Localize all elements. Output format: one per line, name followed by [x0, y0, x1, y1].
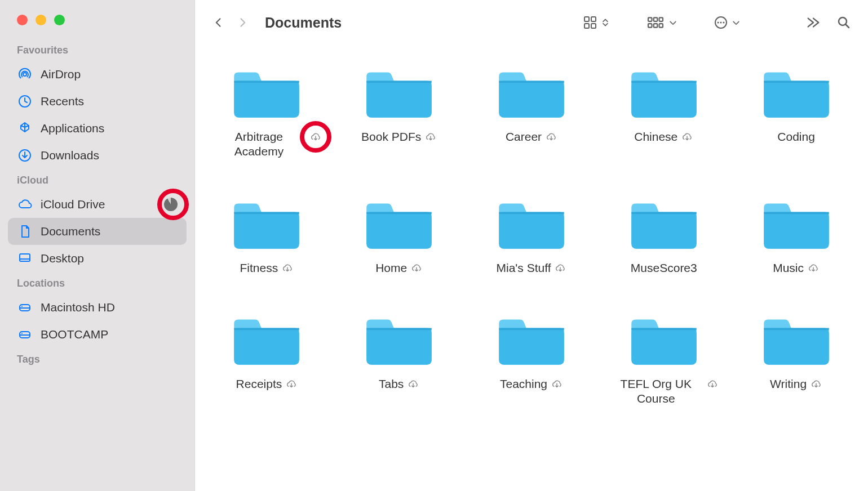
- folder-icon: [360, 309, 439, 370]
- folder-label: MuseScore3: [631, 261, 697, 275]
- cloud-download-icon: [424, 132, 437, 142]
- folder-item[interactable]: Arbitrage Academy: [212, 62, 322, 159]
- sidebar: FavouritesAirDropRecentsApplicationsDown…: [0, 0, 194, 491]
- cloud-download-icon: [706, 379, 719, 389]
- desktop-icon: [17, 251, 33, 266]
- sidebar-heading: Tags: [8, 348, 187, 370]
- folder-item[interactable]: Book PDFs: [344, 62, 454, 159]
- folder-item[interactable]: Home: [344, 193, 454, 275]
- folder-label: Home: [375, 261, 407, 275]
- view-mode-button[interactable]: [583, 15, 610, 30]
- sidebar-item-recents[interactable]: Recents: [8, 88, 187, 115]
- group-button[interactable]: [646, 15, 677, 30]
- sidebar-item-label: Downloads: [41, 149, 178, 162]
- toolbar: Documents: [195, 0, 868, 45]
- disk-icon: [17, 300, 33, 315]
- content-area[interactable]: Arbitrage AcademyBook PDFsCareerChineseC…: [195, 45, 868, 491]
- recents-icon: [17, 93, 33, 109]
- folder-item[interactable]: Chinese: [609, 62, 719, 159]
- folder-label: Fitness: [240, 261, 278, 275]
- folder-label: Receipts: [236, 377, 282, 391]
- sidebar-item-airdrop[interactable]: AirDrop: [8, 61, 187, 88]
- folder-label: Arbitrage Academy: [212, 130, 306, 159]
- folder-label: TEFL Org UK Course: [609, 377, 703, 407]
- search-button[interactable]: [836, 15, 851, 30]
- sidebar-heading: Locations: [8, 272, 187, 294]
- airdrop-icon: [17, 66, 33, 82]
- folder-label: Career: [506, 130, 542, 144]
- sidebar-item-label: Documents: [41, 225, 178, 238]
- cloud-download-icon: [281, 263, 294, 273]
- disk-icon: [17, 327, 33, 342]
- cloud-download-icon: [810, 379, 822, 389]
- cloud-download-icon: [285, 379, 298, 389]
- folder-icon: [492, 62, 571, 123]
- cloud-download-icon: [545, 132, 557, 142]
- cloud-download-icon: [554, 263, 566, 273]
- folder-item[interactable]: Writing: [741, 309, 851, 407]
- traffic-lights: [8, 9, 187, 39]
- folder-label: Mia's Stuff: [496, 261, 551, 275]
- folder-icon: [492, 309, 571, 370]
- sidebar-item-icloud-drive[interactable]: iCloud Drive: [8, 191, 187, 218]
- sidebar-item-label: BOOTCAMP: [41, 328, 178, 341]
- folder-icon: [227, 62, 306, 123]
- folder-item[interactable]: TEFL Org UK Course: [609, 309, 719, 407]
- more-button[interactable]: [806, 15, 821, 30]
- folder-icon: [757, 309, 836, 370]
- folder-item[interactable]: Music: [741, 193, 851, 275]
- folder-icon: [492, 193, 571, 254]
- folder-grid: Arbitrage AcademyBook PDFsCareerChineseC…: [212, 62, 851, 406]
- folder-label: Writing: [770, 377, 807, 391]
- folder-icon: [757, 62, 836, 123]
- window-fullscreen-button[interactable]: [54, 15, 65, 25]
- nav-back-button[interactable]: [212, 16, 225, 29]
- folder-icon: [625, 309, 703, 370]
- folder-icon: [227, 193, 306, 254]
- folder-label: Teaching: [500, 377, 547, 391]
- sidebar-item-bootcamp[interactable]: BOOTCAMP: [8, 321, 187, 348]
- cloud-download-icon: [807, 263, 820, 273]
- folder-label: Chinese: [634, 130, 677, 144]
- sidebar-item-label: Recents: [41, 95, 178, 108]
- document-icon: [17, 224, 33, 239]
- folder-item[interactable]: Receipts: [212, 309, 322, 407]
- sidebar-heading: Favourites: [8, 39, 187, 61]
- folder-item[interactable]: MuseScore3: [609, 193, 719, 275]
- cloud-download-icon: [407, 379, 419, 389]
- folder-icon: [757, 193, 836, 254]
- sidebar-item-documents[interactable]: Documents: [8, 218, 187, 245]
- folder-item[interactable]: Teaching: [477, 309, 587, 407]
- window-minimize-button[interactable]: [36, 15, 46, 25]
- sidebar-item-label: iCloud Drive: [41, 198, 156, 211]
- folder-icon: [625, 193, 703, 254]
- folder-icon: [360, 62, 439, 123]
- sidebar-item-applications[interactable]: Applications: [8, 115, 187, 142]
- sidebar-item-downloads[interactable]: Downloads: [8, 142, 187, 169]
- sidebar-item-macintosh-hd[interactable]: Macintosh HD: [8, 294, 187, 321]
- folder-label: Music: [773, 261, 804, 275]
- cloud-download-icon: [309, 132, 322, 142]
- storage-usage-pie: [164, 198, 178, 211]
- folder-item[interactable]: Mia's Stuff: [477, 193, 587, 275]
- sidebar-item-label: AirDrop: [41, 68, 178, 81]
- folder-icon: [360, 193, 439, 254]
- cloud-icon: [17, 197, 33, 212]
- folder-item[interactable]: Fitness: [212, 193, 322, 275]
- cloud-download-icon: [551, 379, 563, 389]
- window-close-button[interactable]: [17, 15, 28, 25]
- window-title: Documents: [265, 15, 342, 31]
- sidebar-item-label: Macintosh HD: [41, 301, 178, 314]
- sidebar-item-label: Desktop: [41, 252, 178, 265]
- action-menu-button[interactable]: [714, 15, 741, 30]
- sidebar-item-desktop[interactable]: Desktop: [8, 245, 187, 272]
- cloud-download-icon: [410, 263, 423, 273]
- folder-item[interactable]: Career: [477, 62, 587, 159]
- main-pane: Documents Arbitrage AcademyBook PDFsCare…: [194, 0, 868, 491]
- cloud-download-icon: [681, 132, 693, 142]
- folder-icon: [625, 62, 703, 123]
- folder-item[interactable]: Tabs: [344, 309, 454, 407]
- folder-icon: [227, 309, 306, 370]
- folder-item[interactable]: Coding: [741, 62, 851, 159]
- nav-forward-button[interactable]: [236, 16, 249, 29]
